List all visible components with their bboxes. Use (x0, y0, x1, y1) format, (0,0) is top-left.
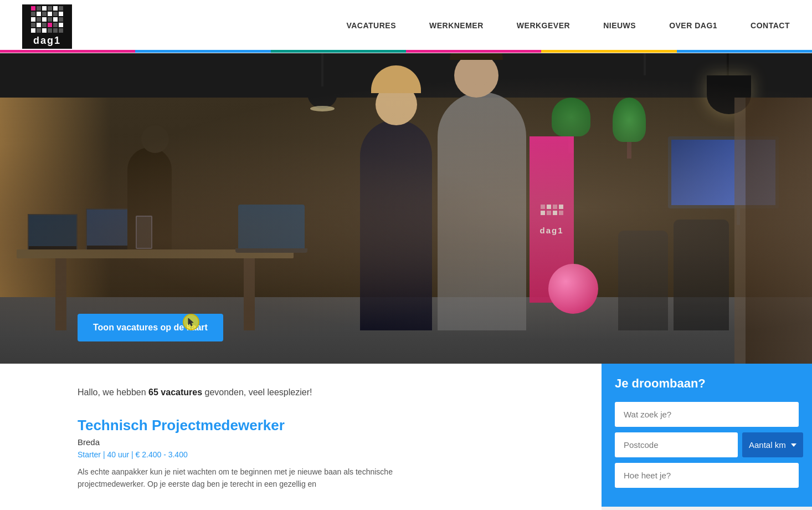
logo-dot (37, 17, 41, 22)
color-bar-yellow1 (541, 50, 609, 53)
logo-dot (59, 17, 63, 22)
logo-dot (48, 23, 52, 27)
logo-dot (42, 23, 47, 27)
color-bar-yellow2 (609, 50, 677, 53)
logo-dot (53, 6, 58, 11)
nav-item-over-dag1[interactable]: OVER DAG1 (669, 21, 717, 32)
main-nav: VACATURES WERKNEMER WERKGEVER NIEUWS OVE… (346, 21, 790, 32)
logo-dot (59, 23, 63, 27)
show-map-button[interactable]: Toon vacatures op de kaart (78, 314, 223, 341)
logo-dot (59, 12, 63, 16)
logo-dot (31, 17, 35, 22)
logo-dot (48, 28, 52, 33)
logo-dot (37, 28, 41, 33)
nav-item-werknemer[interactable]: WERKNEMER (429, 21, 484, 32)
name-input[interactable] (615, 463, 799, 488)
logo-dot (42, 6, 47, 11)
intro-text-before: Hallo, we hebben (78, 387, 148, 397)
logo-dot (31, 6, 35, 11)
color-bar-pink1 (0, 50, 68, 53)
logo-dot (31, 28, 35, 33)
color-bar-teal2 (338, 50, 406, 53)
logo-dot (53, 23, 58, 27)
job-listing: Technisch Projectmedewerker Breda Starte… (78, 417, 568, 491)
nav-item-vacatures[interactable]: VACATURES (346, 21, 396, 32)
logo-dot (37, 6, 41, 11)
km-select[interactable]: Aantal km ▼ 5 km 10 km 25 km 50 km (742, 432, 803, 457)
nav-item-contact[interactable]: CONTACT (751, 21, 790, 32)
sidebar: Je droombaan? Aantal km ▼ 5 km 10 km 25 … (602, 364, 812, 510)
dream-job-box: Je droombaan? Aantal km ▼ 5 km 10 km 25 … (602, 361, 812, 507)
color-bar-pink2 (68, 50, 135, 53)
cursor-icon (187, 317, 195, 327)
intro-vacatures-count: 65 vacatures (148, 387, 202, 397)
logo-dot (48, 6, 52, 11)
logo-dot (31, 12, 35, 16)
nav-item-nieuws[interactable]: NIEUWS (603, 21, 636, 32)
logo-dot (42, 17, 47, 22)
logo-dot (48, 17, 52, 22)
logo-dot (59, 6, 63, 11)
logo-dot (53, 28, 58, 33)
logo-area[interactable]: dag1 (22, 4, 72, 49)
color-bar-blue3 (677, 50, 744, 53)
postcode-input[interactable] (615, 432, 738, 457)
cursor-indicator (183, 314, 199, 330)
logo-dot (37, 12, 41, 16)
color-bar-pink3 (406, 50, 474, 53)
logo-dot (42, 28, 47, 33)
intro-text-after: gevonden, veel leesplezier! (202, 387, 312, 397)
jobs-section: Hallo, we hebben 65 vacatures gevonden, … (0, 364, 602, 510)
logo-dot (42, 12, 47, 16)
main-content: Hallo, we hebben 65 vacatures gevonden, … (0, 364, 812, 510)
color-bar-blue4 (744, 50, 812, 53)
job-description: Als echte aanpakker kun je niet wachten … (78, 466, 454, 491)
job-title-link[interactable]: Technisch Projectmedewerker (78, 417, 568, 434)
job-search-input[interactable] (615, 402, 799, 427)
color-bar-teal1 (271, 50, 338, 53)
logo-dot (37, 23, 41, 27)
search-location-row: Aantal km ▼ 5 km 10 km 25 km 50 km (615, 432, 799, 457)
color-bar-blue2 (203, 50, 271, 53)
logo-dot (59, 28, 63, 33)
logo-grid (31, 6, 63, 33)
logo-dot (48, 12, 52, 16)
logo-text: dag1 (33, 35, 61, 47)
color-bar-pink4 (474, 50, 541, 53)
site-header: dag1 VACATURES WERKNEMER WERKGEVER NIEUW… (0, 0, 812, 53)
logo-dot (53, 12, 58, 16)
nav-color-bars (0, 50, 812, 53)
job-location: Breda (78, 437, 568, 447)
intro-text: Hallo, we hebben 65 vacatures gevonden, … (78, 386, 568, 399)
dream-job-title: Je droombaan? (615, 376, 799, 391)
job-meta: Starter | 40 uur | € 2.400 - 3.400 (78, 450, 568, 459)
nav-item-werkgever[interactable]: WERKGEVER (517, 21, 570, 32)
logo-dot (53, 17, 58, 22)
color-bar-blue1 (135, 50, 203, 53)
hero-section: dag1 Toon vacatures op de kaart (0, 53, 812, 364)
logo-image: dag1 (22, 4, 72, 49)
logo-dot (31, 23, 35, 27)
